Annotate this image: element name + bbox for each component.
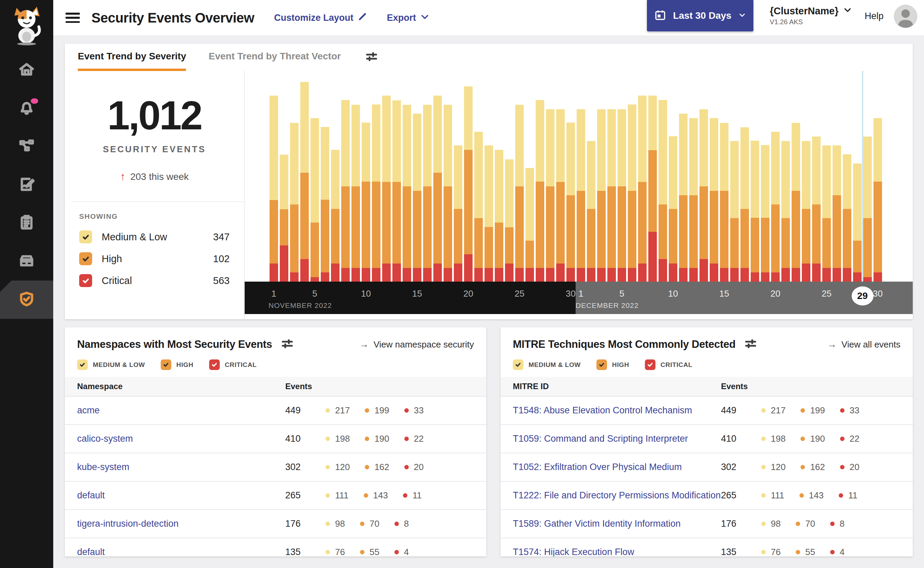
bar-segment xyxy=(526,241,534,268)
bar-segment xyxy=(577,191,585,268)
namespaces-row-link[interactable]: calico-system xyxy=(77,434,285,444)
checkbox-medium_low[interactable] xyxy=(77,360,88,370)
sidebar-item-bell[interactable] xyxy=(0,89,53,128)
bar-segment xyxy=(290,204,298,272)
checkbox-high[interactable] xyxy=(79,252,92,265)
sidebar-item-compliance-clipboard[interactable] xyxy=(0,204,53,242)
events-total: 265 xyxy=(721,490,761,501)
mitre-link[interactable]: →View all events xyxy=(827,339,900,350)
mitre-row-link[interactable]: T1574: Hijack Execution Flow xyxy=(513,547,721,556)
namespaces-link[interactable]: →View namespace security xyxy=(359,339,474,350)
checkbox-critical[interactable] xyxy=(79,274,92,287)
sidebar-item-home[interactable] xyxy=(0,51,53,89)
bar-day xyxy=(771,132,780,282)
bar-segment xyxy=(843,209,851,268)
bar-segment xyxy=(362,181,370,268)
bar-segment xyxy=(587,268,595,282)
mitre-row-link[interactable]: T1589: Gather Victim Identity Informatio… xyxy=(513,518,721,529)
checkbox-medium_low[interactable] xyxy=(513,360,523,370)
legend-label: High xyxy=(102,253,122,264)
date-range-button[interactable]: Last 30 Days xyxy=(647,0,754,32)
highlighted-day-badge[interactable]: 29 xyxy=(852,286,873,305)
bar-segment xyxy=(484,227,493,268)
mitre-row-link[interactable]: T1222: File and Directory Permissions Mo… xyxy=(513,490,721,501)
checkbox-high[interactable] xyxy=(597,360,607,370)
severity-count-value: 217 xyxy=(335,405,350,416)
bar-day xyxy=(270,95,278,282)
mitre-row-link[interactable]: T1548: Abuse Elevation Control Mechanism xyxy=(513,405,721,416)
bar-day xyxy=(372,104,380,282)
bar-day xyxy=(556,109,565,282)
checkbox-critical[interactable] xyxy=(645,360,656,370)
severity-count-value: 4 xyxy=(404,547,409,556)
bar-segment xyxy=(740,268,749,282)
sidebar-item-workload-box[interactable] xyxy=(0,242,53,281)
service-graph-icon xyxy=(18,138,35,156)
filter-chip-high[interactable]: HIGH xyxy=(161,360,193,370)
bar-segment xyxy=(822,268,831,282)
checkbox-high[interactable] xyxy=(161,360,171,370)
namespaces-filter-sliders-icon[interactable] xyxy=(281,338,294,351)
export-button[interactable]: Export xyxy=(387,12,430,24)
namespaces-row-link[interactable]: tigera-intrusion-detection xyxy=(77,518,285,529)
bar-segment xyxy=(495,222,503,268)
bar-segment xyxy=(720,268,728,282)
filter-chip-medium_low[interactable]: MEDIUM & LOW xyxy=(77,360,145,370)
bar-segment xyxy=(515,268,524,282)
severity-count-value: 22 xyxy=(850,434,859,444)
critical-dot-icon xyxy=(404,408,409,413)
bar-segment xyxy=(699,186,708,259)
events-total: 410 xyxy=(285,434,326,444)
namespaces-row-link[interactable]: default xyxy=(77,547,285,556)
bar-segment xyxy=(607,268,616,282)
bar-segment xyxy=(720,123,728,191)
cluster-selector[interactable]: {ClusterName} V1.26 AKS xyxy=(770,6,852,26)
legend-row-medium_low[interactable]: Medium & Low347 xyxy=(79,226,230,248)
filter-chip-medium_low[interactable]: MEDIUM & LOW xyxy=(513,360,581,370)
bar-day xyxy=(802,141,810,282)
bar-segment xyxy=(382,95,391,182)
sidebar-item-policy-edit[interactable] xyxy=(0,166,53,204)
bar-segment xyxy=(853,272,862,282)
severity-count-value: 98 xyxy=(335,518,345,529)
filter-chip-critical[interactable]: CRITICAL xyxy=(645,360,692,370)
filter-chip-high[interactable]: HIGH xyxy=(597,360,629,370)
namespaces-row-link[interactable]: kube-system xyxy=(77,462,285,473)
user-avatar[interactable] xyxy=(894,5,917,28)
filter-chip-critical[interactable]: CRITICAL xyxy=(209,360,256,370)
hamburger-menu-icon[interactable] xyxy=(65,13,80,23)
bar-segment xyxy=(546,109,555,186)
mitre-row-link[interactable]: T1052: Exfiltration Over Physical Medium xyxy=(513,462,721,473)
severity-count-value: 33 xyxy=(414,405,424,416)
severity-count-value: 143 xyxy=(373,490,388,501)
mitre-filter-sliders-icon[interactable] xyxy=(745,338,757,351)
legend-count: 347 xyxy=(213,231,230,243)
severity-count-value: 20 xyxy=(414,462,424,473)
mitre-row-link[interactable]: T1059: Command and Scripting Interpreter xyxy=(513,434,721,444)
critical-dot-icon xyxy=(395,521,399,526)
critical-dot-icon xyxy=(395,550,399,554)
checkbox-critical[interactable] xyxy=(209,360,220,370)
severity-count-critical: 33 xyxy=(840,405,859,416)
tab-threat-vector[interactable]: Event Trend by Threat Vector xyxy=(208,44,341,71)
legend-row-high[interactable]: High102 xyxy=(79,248,230,270)
severity-count-critical: 11 xyxy=(839,490,858,501)
bar-day xyxy=(822,145,831,282)
medium_low-dot-icon xyxy=(326,493,330,498)
events-total: 410 xyxy=(721,434,761,444)
severity-count-value: 120 xyxy=(771,462,785,473)
medium_low-dot-icon xyxy=(761,521,766,526)
sidebar-item-security-shield[interactable] xyxy=(0,281,53,319)
namespaces-row-link[interactable]: acme xyxy=(77,405,285,416)
tab-severity[interactable]: Event Trend by Severity xyxy=(78,44,186,71)
customize-layout-button[interactable]: Customize Layout xyxy=(274,12,367,24)
help-link[interactable]: Help xyxy=(865,11,884,21)
bar-segment xyxy=(607,109,616,186)
checkbox-medium_low[interactable] xyxy=(79,230,92,243)
sidebar-item-service-graph[interactable] xyxy=(0,128,53,166)
legend-row-critical[interactable]: Critical563 xyxy=(79,270,230,292)
bar-segment xyxy=(321,127,329,200)
chart-filter-sliders-icon[interactable] xyxy=(365,50,378,64)
namespaces-row-link[interactable]: default xyxy=(77,490,285,501)
calico-cat-logo[interactable] xyxy=(0,0,53,51)
